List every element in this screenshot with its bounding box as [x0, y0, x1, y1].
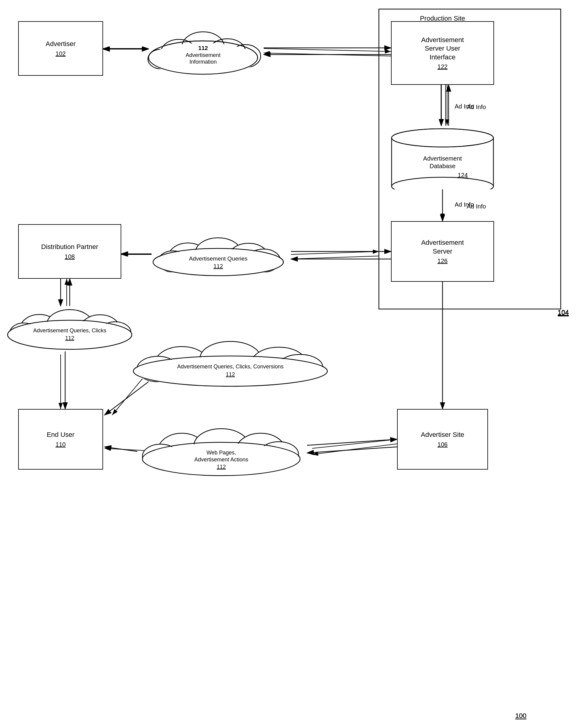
ad-info-between-db-server: Ad Info [455, 201, 474, 208]
ad-server-box: AdvertisementServer 126 [391, 221, 494, 282]
svg-line-13 [291, 252, 379, 255]
end-user-number: 110 [55, 441, 66, 448]
advertiser-label: Advertiser [46, 40, 75, 49]
ad-server-ui-box: AdvertisementServer UserInterface 122 [391, 21, 494, 85]
svg-text:Advertisement Queries, Clicks,: Advertisement Queries, Clicks, Conversio… [177, 364, 283, 370]
cloud-ad-info: 112 Advertisement Information [143, 24, 264, 76]
svg-text:112: 112 [198, 45, 208, 51]
ad-server-ui-number: 122 [437, 63, 447, 70]
svg-point-38 [392, 129, 494, 147]
svg-text:Web Pages,: Web Pages, [206, 449, 236, 456]
svg-text:112: 112 [213, 263, 223, 269]
ad-info-between-ui-db: Ad Info [455, 103, 474, 110]
cloud-ad-queries: Advertisement Queries 112 [149, 235, 288, 277]
number-104: 104 [558, 308, 569, 316]
ad-info-label-2: Ad Info [467, 203, 486, 210]
diagram-number: 100 [515, 712, 526, 720]
svg-text:Information: Information [190, 59, 217, 65]
svg-line-21 [312, 439, 397, 448]
ad-server-ui-label: AdvertisementServer UserInterface [421, 36, 464, 62]
svg-text:Database: Database [429, 163, 456, 170]
advertiser-number: 102 [55, 50, 66, 57]
advertiser-box: Advertiser 102 [18, 21, 103, 76]
svg-text:112: 112 [65, 335, 74, 341]
advertiser-site-box: Advertiser Site 106 [397, 409, 488, 470]
svg-text:Advertisement: Advertisement [185, 52, 220, 58]
end-user-box: End User 110 [18, 409, 103, 470]
cloud-ad-queries-clicks-conv: Advertisement Queries, Clicks, Conversio… [127, 339, 333, 388]
distribution-partner-label: Distribution Partner [41, 243, 98, 252]
svg-line-99 [105, 447, 137, 451]
diagram: Production Site Ad Info Ad Info [0, 0, 578, 728]
cloud-ad-queries-clicks: Advertisement Queries, Clicks 112 [3, 306, 136, 352]
svg-line-14 [291, 256, 379, 259]
cloud-web-pages: Web Pages, Advertisement Actions 112 [136, 424, 306, 479]
svg-line-7 [264, 53, 391, 56]
svg-point-48 [153, 249, 283, 276]
distribution-partner-number: 108 [65, 253, 75, 260]
svg-line-101 [307, 447, 397, 453]
svg-text:Advertisement Queries: Advertisement Queries [189, 255, 247, 262]
ad-server-label: AdvertisementServer [421, 238, 464, 256]
svg-text:112: 112 [217, 464, 226, 470]
number-100: 100 [515, 712, 526, 720]
svg-line-22 [312, 444, 397, 454]
end-user-label: End User [47, 431, 75, 439]
advertiser-site-label: Advertiser Site [421, 431, 464, 439]
ad-server-number: 126 [437, 258, 447, 264]
svg-line-6 [264, 49, 391, 52]
svg-line-100 [307, 439, 397, 445]
svg-text:Advertisement: Advertisement [423, 155, 462, 162]
svg-text:Advertisement Queries, Clicks: Advertisement Queries, Clicks [33, 328, 106, 334]
ad-database-box: Advertisement Database 124 [391, 126, 494, 189]
distribution-partner-box: Distribution Partner 108 [18, 224, 121, 279]
svg-text:124: 124 [458, 172, 468, 178]
svg-text:112: 112 [226, 371, 235, 378]
production-site-number: 104 [558, 309, 569, 317]
svg-text:Advertisement Actions: Advertisement Actions [194, 457, 248, 463]
advertiser-site-number: 106 [437, 441, 447, 448]
ad-info-label-1: Ad Info [467, 104, 486, 110]
